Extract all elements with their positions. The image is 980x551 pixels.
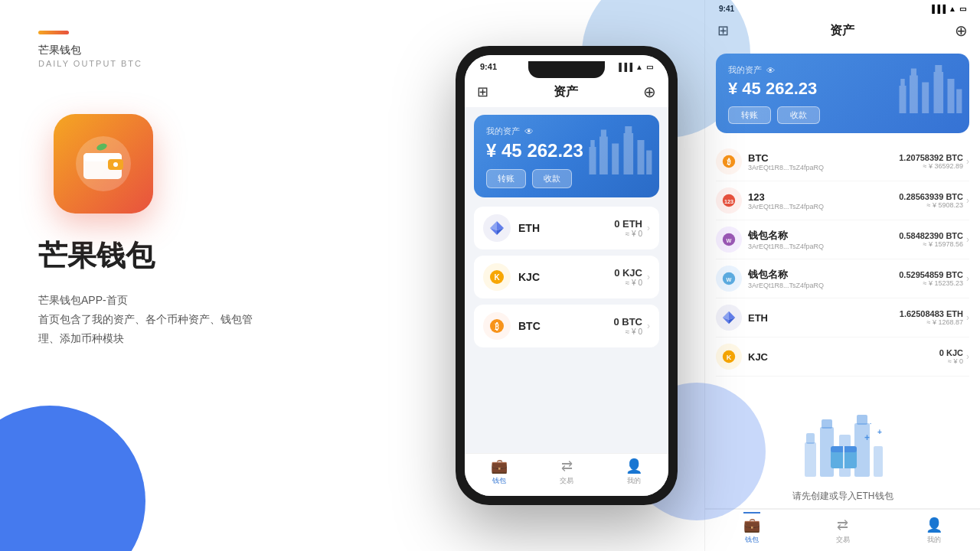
phone-bottom-nav: 💼 钱包 ⇄ 交易 👤 我的 [465, 453, 668, 496]
empty-wallet-illustration: + + · [797, 404, 889, 481]
svg-text:·: · [870, 420, 871, 427]
rp-nav-tx[interactable]: ⇄ 交易 [836, 514, 850, 545]
app-icon [54, 114, 153, 214]
brand-subtitle: DAILY OUTPUT BTC [38, 59, 390, 68]
coin-name-eth: ETH [518, 222, 614, 234]
phone-nav-wallet[interactable]: 💼 钱包 [491, 458, 508, 486]
rp-coin-row-123[interactable]: 123 123 3ArEQt1R8...TsZ4fpaRQ 0.28563939… [716, 181, 969, 220]
svg-rect-7 [590, 140, 594, 147]
svg-rect-46 [805, 442, 816, 477]
rp-eth-icon [716, 305, 742, 331]
svg-rect-14 [646, 151, 652, 175]
rp-wallet2-info: 钱包名称 3ArEQt1R8...TsZ4fpaRQ [748, 268, 899, 289]
rp-eye-icon[interactable]: 👁 [766, 66, 775, 75]
rp-kjc-arrow: › [966, 351, 969, 362]
mine-nav-label: 我的 [627, 476, 641, 486]
rp-coin-row-kjc[interactable]: K KJC 0 KJC ≈ ¥ 0 › [716, 337, 969, 377]
desc-line2: 首页包含了我的资产、各个币种资产、钱包管 [38, 313, 253, 325]
rp-nav-mine[interactable]: 👤 我的 [926, 514, 942, 545]
rp-btc-info: BTC 3ArEQt1R8...TsZ4fpaRQ [748, 152, 899, 171]
svg-rect-25 [910, 76, 918, 114]
rp-receive-button[interactable]: 收款 [777, 106, 820, 124]
app-name-heading: 芒果钱包 [38, 236, 390, 276]
rp-wallet1-amount: 0.58482390 BTC ≈ ¥ 15978.56 [899, 231, 963, 248]
rp-eth-arrow: › [966, 312, 969, 323]
rp-coin-row-eth[interactable]: ETH 1.62508483 ETH ≈ ¥ 1268.87 › [716, 298, 969, 337]
rp-coin-row-wallet1[interactable]: W 钱包名称 3ArEQt1R8...TsZ4fpaRQ 0.58482390 … [716, 220, 969, 259]
rp-asset-card: 我的资产 👁 ¥ 45 262.23 转账 收款 [716, 54, 969, 133]
svg-rect-26 [911, 69, 916, 77]
svg-rect-6 [590, 147, 596, 174]
svg-text:+: + [877, 428, 882, 436]
phone-nav-tx[interactable]: ⇄ 交易 [560, 458, 573, 486]
middle-panel: 9:41 ▐▐▐ ▲ ▭ ⊞ 资产 ⊕ 我的资产 👁 [429, 0, 704, 551]
rp-kjc-info: KJC [748, 351, 939, 363]
rp-transfer-button[interactable]: 转账 [728, 106, 771, 124]
rp-wallet1-info: 钱包名称 3ArEQt1R8...TsZ4fpaRQ [748, 229, 899, 250]
rp-header-title: 资产 [830, 23, 854, 39]
accent-bar [38, 31, 69, 34]
app-icon-wrapper [54, 114, 390, 214]
desc-line1: 芒果钱包APP-首页 [38, 294, 128, 306]
wifi-icon: ▲ [635, 63, 643, 71]
svg-rect-30 [948, 79, 955, 113]
receive-button[interactable]: 收款 [532, 169, 572, 188]
coin-arrow-btc: › [647, 321, 650, 331]
rp-wallet1-arrow: › [966, 234, 969, 245]
svg-rect-52 [857, 415, 867, 425]
transfer-button[interactable]: 转账 [486, 169, 526, 188]
rp-coin-row-btc[interactable]: ₿ BTC 3ArEQt1R8...TsZ4fpaRQ 1.20758392 B… [716, 142, 969, 181]
phone-frame: 9:41 ▐▐▐ ▲ ▭ ⊞ 资产 ⊕ 我的资产 👁 [456, 46, 678, 505]
tx-nav-label: 交易 [560, 476, 573, 486]
rp-wallet1-icon: W [716, 227, 742, 253]
status-icons: ▐▐▐ ▲ ▭ [616, 63, 653, 71]
svg-rect-49 [822, 419, 832, 429]
rp-btc-icon: ₿ [716, 148, 742, 174]
rp-eth-info: ETH [748, 312, 900, 324]
rp-nav-wallet[interactable]: 💼 钱包 [743, 512, 760, 545]
svg-text:123: 123 [724, 198, 733, 205]
phone-time: 9:41 [480, 62, 497, 71]
phone-header-title: 资产 [554, 84, 578, 100]
phone-add-icon[interactable]: ⊕ [643, 83, 656, 101]
svg-rect-27 [922, 83, 929, 114]
svg-text:W: W [727, 237, 732, 244]
coin-name-kjc: KJC [518, 271, 614, 283]
app-icon-svg [73, 133, 134, 194]
rp-add-icon[interactable]: ⊕ [955, 21, 968, 40]
svg-rect-24 [900, 79, 904, 86]
battery-icon: ▭ [646, 63, 653, 71]
rp-kjc-icon: K [716, 344, 742, 370]
skyline-decoration [586, 119, 655, 174]
rp-wifi-icon: ▲ [949, 5, 956, 13]
svg-rect-31 [956, 90, 962, 114]
coin-row-kjc[interactable]: K KJC 0 KJC ≈ ¥ 0 › [474, 256, 659, 298]
kjc-icon: K [483, 263, 511, 291]
svg-rect-29 [935, 65, 942, 73]
phone-nav-mine[interactable]: 👤 我的 [626, 458, 642, 486]
svg-text:K: K [494, 273, 500, 282]
rp-123-info: 123 3ArEQt1R8...TsZ4fpaRQ [748, 191, 899, 210]
phone-screen: 9:41 ▐▐▐ ▲ ▭ ⊞ 资产 ⊕ 我的资产 👁 [465, 55, 668, 496]
svg-rect-12 [625, 126, 632, 135]
wallet-nav-icon: 💼 [491, 458, 508, 474]
rp-wallet2-icon: W [716, 266, 742, 292]
app-desc: 芒果钱包APP-首页 首页包含了我的资产、各个币种资产、钱包管 理、添加币种模块 [38, 291, 390, 349]
btc-icon: ₿ [483, 312, 511, 340]
rp-eth-amount: 1.62508483 ETH ≈ ¥ 1268.87 [900, 309, 963, 326]
svg-rect-11 [624, 133, 634, 174]
coin-row-btc[interactable]: ₿ BTC 0 BTC ≈ ¥ 0 › [474, 305, 659, 347]
coin-name-btc: BTC [518, 320, 613, 332]
svg-text:W: W [727, 276, 732, 283]
rp-btc-arrow: › [966, 156, 969, 167]
phone-notch [528, 61, 605, 78]
rp-wallet2-arrow: › [966, 273, 969, 284]
phone-asset-card: 我的资产 👁 ¥ 45 262.23 转账 收款 [474, 115, 659, 197]
phone-grid-icon[interactable]: ⊞ [477, 83, 488, 100]
eye-icon[interactable]: 👁 [524, 126, 534, 137]
desc-line3: 理、添加币种模块 [38, 332, 124, 344]
rp-coin-row-wallet2[interactable]: W 钱包名称 3ArEQt1R8...TsZ4fpaRQ 0.52954859 … [716, 259, 969, 298]
svg-point-4 [113, 162, 118, 167]
coin-row-eth[interactable]: ETH 0 ETH ≈ ¥ 0 › [474, 207, 659, 249]
wallet-nav-label: 钱包 [492, 476, 506, 486]
